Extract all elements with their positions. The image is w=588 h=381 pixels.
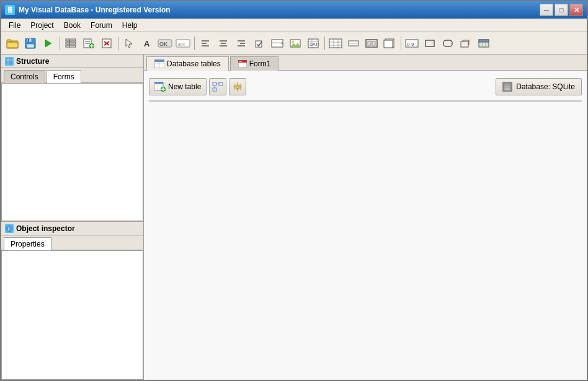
database-table-icon (154, 59, 164, 68)
svg-rect-62 (443, 40, 452, 46)
list-tool-button[interactable] (269, 35, 286, 52)
inspector-icon: i (5, 224, 14, 233)
svg-marker-21 (126, 39, 132, 48)
data-tool-button[interactable]: DATA (305, 35, 322, 52)
field-tool-button[interactable]: abc (174, 35, 192, 52)
minimize-button[interactable]: ─ (540, 4, 553, 16)
right-tabs-bar: Database tables ■■ Form1 (144, 55, 587, 71)
number-tool-button[interactable]: 0-9 (403, 35, 421, 52)
align-left-button[interactable] (197, 35, 214, 52)
tab-forms[interactable]: Forms (47, 70, 81, 83)
delete-button[interactable] (98, 35, 115, 52)
svg-rect-8 (66, 39, 76, 41)
svg-point-66 (482, 43, 486, 46)
align-right-button[interactable] (233, 35, 250, 52)
svg-rect-65 (479, 40, 489, 42)
main-window: 🗄 My Visual DataBase - Unregistered Vers… (0, 0, 588, 381)
text-tool-button[interactable]: A (138, 35, 156, 52)
svg-text:OK: OK (159, 41, 167, 47)
checkbox-tool-button[interactable] (251, 35, 268, 52)
image-tool-button[interactable] (287, 35, 304, 52)
svg-rect-37 (272, 40, 283, 47)
menu-project[interactable]: Project (25, 20, 58, 31)
tab-database-tables[interactable]: Database tables (146, 56, 229, 71)
rect-tool-button[interactable] (421, 35, 439, 52)
new-table-label: New table (168, 82, 201, 91)
ok-button-tool[interactable]: OK (156, 35, 174, 52)
svg-rect-61 (425, 40, 434, 46)
table-view-button[interactable] (327, 35, 344, 52)
menu-help[interactable]: Help (117, 20, 143, 31)
svg-rect-80 (154, 82, 163, 84)
tab-database-tables-label: Database tables (167, 59, 221, 68)
svg-text:■■: ■■ (239, 60, 242, 63)
cursor-tool-button[interactable] (120, 35, 138, 52)
object-inspector-header: i Object inspector (1, 222, 143, 235)
structure-header: Structure (1, 55, 143, 68)
forms-content (1, 83, 143, 221)
svg-point-41 (292, 41, 294, 43)
svg-rect-55 (368, 42, 371, 45)
window-title: My Visual DataBase - Unregistered Versio… (19, 6, 171, 14)
database-icon (502, 82, 512, 92)
svg-text:i: i (8, 227, 9, 231)
main-layout: Structure Controls Forms i (1, 55, 587, 380)
right-panel: Database tables ■■ Form1 (144, 55, 587, 380)
container-button[interactable] (363, 35, 380, 52)
tab-properties[interactable]: Properties (4, 237, 51, 250)
menu-book[interactable]: Book (59, 20, 86, 31)
svg-rect-89 (213, 88, 216, 91)
close-button[interactable]: ✕ (569, 4, 583, 16)
new-table-button[interactable]: New table (149, 78, 207, 95)
svg-rect-10 (66, 45, 76, 47)
toolbar: A OK abc (1, 32, 587, 55)
save-button[interactable] (22, 35, 39, 52)
settings-button[interactable] (229, 78, 246, 95)
svg-point-70 (6, 226, 12, 232)
svg-point-92 (236, 85, 239, 89)
db-toolbar: New table (149, 76, 582, 98)
app-icon: 🗄 (5, 5, 15, 15)
menu-file[interactable]: File (4, 20, 25, 31)
form1-icon: ■■ (238, 60, 247, 68)
structure-panel: Structure Controls Forms (1, 55, 143, 222)
database-sqlite-button[interactable]: Database: SQLite (496, 78, 582, 95)
relations-button[interactable] (209, 78, 226, 95)
run-button[interactable] (40, 35, 57, 52)
svg-marker-7 (45, 40, 51, 47)
tables-area (149, 100, 582, 102)
svg-rect-47 (329, 39, 342, 48)
single-field-button[interactable] (345, 35, 362, 52)
svg-text:abc: abc (177, 42, 185, 47)
page-button[interactable] (381, 35, 398, 52)
svg-rect-63 (461, 42, 468, 47)
list-view-button[interactable] (62, 35, 79, 52)
toolbar-separator-4 (323, 35, 326, 52)
svg-rect-58 (384, 40, 393, 48)
object-inspector: i Object inspector Properties (1, 222, 143, 380)
svg-rect-87 (213, 82, 216, 85)
tab-form1-label: Form1 (249, 59, 271, 68)
structure-tabs-bar: Controls Forms (1, 68, 143, 83)
left-panel: Structure Controls Forms i (1, 55, 144, 380)
svg-rect-5 (27, 44, 34, 48)
toolbar-separator-5 (399, 35, 403, 52)
svg-rect-9 (66, 42, 76, 44)
toolbar-separator-3 (192, 35, 196, 52)
open-folder-button[interactable] (4, 35, 21, 52)
tab-controls[interactable]: Controls (4, 70, 45, 83)
browse-button[interactable] (457, 35, 474, 52)
menu-bar: File Project Book Forum Help (1, 19, 587, 32)
align-center-button[interactable] (215, 35, 232, 52)
rounded-rect-button[interactable] (439, 35, 457, 52)
maximize-button[interactable]: □ (555, 4, 568, 16)
svg-point-95 (504, 88, 510, 90)
photo-button[interactable] (475, 35, 492, 52)
svg-rect-1 (7, 40, 11, 42)
tab-form1[interactable]: ■■ Form1 (230, 56, 279, 71)
toolbar-separator-2 (116, 35, 120, 52)
svg-rect-2 (7, 42, 18, 48)
menu-forum[interactable]: Forum (86, 20, 117, 31)
window-controls: ─ □ ✕ (540, 4, 583, 16)
new-form-button[interactable] (80, 35, 97, 52)
